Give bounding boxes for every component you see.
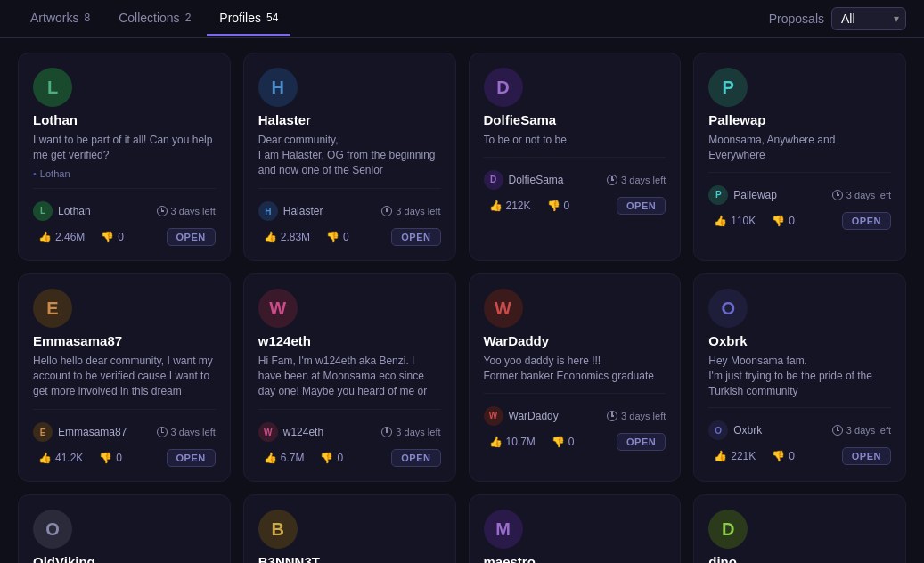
thumb-down-icon-oxbrk [772, 450, 785, 462]
upvote-btn-dolfiesama[interactable]: 212K [484, 198, 536, 214]
card-footer-pallewap: P Pallewap 3 days left [708, 185, 891, 205]
open-btn-oxbrk[interactable]: OPEN [842, 447, 891, 465]
card-timer-halaster: 3 days left [381, 206, 440, 216]
card-user-avatar-halaster: H [258, 201, 278, 221]
tab-profiles[interactable]: Profiles 54 [207, 2, 290, 36]
downvote-btn-oxbrk[interactable]: 0 [766, 448, 800, 464]
downvote-btn-emmasama87[interactable]: 0 [94, 450, 127, 466]
card-header-emmasama87: E Emmasama87 Hello hello dear community,… [33, 289, 216, 400]
card-footer-oxbrk: O Oxbrk 3 days left [708, 420, 891, 440]
open-btn-pallewap[interactable]: OPEN [842, 212, 891, 230]
card-footer-w124eth: W w124eth 3 days left [258, 422, 441, 442]
card-desc-w124eth: Hi Fam, I'm w124eth aka Benzi. I have be… [258, 354, 441, 400]
card-vote-row-w124eth: 6.7M 0 OPEN [258, 449, 441, 467]
card-vote-row-oxbrk: 221K 0 OPEN [708, 447, 891, 465]
card-username-oxbrk: Oxbrk [733, 424, 762, 437]
upvote-btn-wardaddy[interactable]: 10.7M [484, 434, 541, 450]
downvote-count-lothan: 0 [118, 231, 124, 243]
tab-artworks[interactable]: Artworks 8 [18, 2, 102, 36]
card-divider-halaster [258, 188, 441, 189]
vote-group-dolfiesama: 212K 0 [484, 198, 576, 214]
tab-collections-count: 2 [185, 12, 192, 24]
open-btn-wardaddy[interactable]: OPEN [617, 433, 666, 451]
upvote-btn-oxbrk[interactable]: 221K [708, 448, 761, 464]
upvote-btn-halaster[interactable]: 2.83M [258, 229, 315, 245]
thumb-up-icon-oxbrk [714, 450, 727, 462]
clock-icon-lothan [157, 206, 168, 216]
card-footer-wardaddy: W WarDaddy 3 days left [484, 406, 666, 426]
card-vote-row-dolfiesama: 212K 0 OPEN [484, 197, 666, 215]
card-username-w124eth: w124eth [283, 426, 323, 438]
proposals-label: Proposals [769, 12, 824, 26]
vote-group-lothan: 2.46M 0 [33, 229, 129, 245]
upvote-btn-w124eth[interactable]: 6.7M [258, 450, 310, 466]
open-btn-w124eth[interactable]: OPEN [391, 449, 440, 467]
card-name-dino: dino [708, 554, 891, 563]
thumb-up-icon-dolfiesama [489, 200, 503, 212]
card-avatar-emmasama87: E [33, 289, 72, 328]
downvote-btn-w124eth[interactable]: 0 [315, 450, 348, 466]
upvote-count-wardaddy: 10.7M [506, 436, 536, 448]
card-username-dolfiesama: DolfieSama [509, 174, 564, 186]
card-name-b3nnn3t: B3NNN3T [258, 554, 441, 563]
downvote-btn-dolfiesama[interactable]: 0 [542, 198, 576, 214]
card-avatar-dino: D [708, 510, 748, 549]
downvote-btn-lothan[interactable]: 0 [95, 229, 129, 245]
card-header-lothan: L Lothan I want to be part of it all! Ca… [33, 68, 216, 179]
thumb-down-icon-dolfiesama [547, 200, 560, 212]
card-name-dolfiesama: DolfieSama [484, 112, 666, 127]
card-avatar-dolfiesama: D [484, 68, 523, 107]
thumb-up-icon-lothan [38, 231, 52, 243]
card-divider-lothan [33, 188, 216, 189]
card-name-wardaddy: WarDaddy [484, 333, 666, 348]
card-name-w124eth: w124eth [258, 333, 441, 348]
downvote-btn-halaster[interactable]: 0 [321, 229, 355, 245]
thumb-up-icon-w124eth [264, 452, 277, 464]
card-timer-text-oxbrk: 3 days left [846, 425, 891, 436]
downvote-btn-wardaddy[interactable]: 0 [546, 434, 580, 450]
card-vote-row-lothan: 2.46M 0 OPEN [33, 228, 216, 246]
open-btn-dolfiesama[interactable]: OPEN [617, 197, 666, 215]
card-timer-text-wardaddy: 3 days left [621, 411, 666, 421]
card-desc-halaster: Dear community,I am Halaster, OG from th… [258, 133, 441, 179]
card-username-emmasama87: Emmasama87 [58, 426, 127, 438]
card-divider-oxbrk [708, 407, 891, 408]
thumb-down-icon-halaster [326, 231, 339, 243]
card-pallewap: P Pallewap Moonsama, Anywhere and Everyw… [693, 53, 906, 261]
card-avatar-oxbrk: O [708, 289, 748, 328]
card-desc-lothan: I want to be part of it all! Can you hel… [33, 133, 216, 163]
card-header-dolfiesama: D DolfieSama To be or not to be [484, 68, 666, 148]
open-btn-lothan[interactable]: OPEN [167, 228, 216, 246]
vote-group-halaster: 2.83M 0 [258, 229, 355, 245]
card-vote-row-halaster: 2.83M 0 OPEN [258, 228, 441, 246]
proposals-select[interactable]: All Open Closed [831, 7, 906, 30]
card-desc-wardaddy: Yoo yoo daddy is here !!!Former banker E… [484, 354, 666, 384]
tab-profiles-count: 54 [266, 12, 278, 24]
card-user-avatar-emmasama87: E [33, 422, 53, 442]
card-avatar-oldviking: O [33, 510, 72, 549]
thumb-down-icon-emmasama87 [99, 452, 112, 464]
card-footer-emmasama87: E Emmasama87 3 days left [33, 422, 216, 442]
tab-collections[interactable]: Collections 2 [106, 2, 203, 36]
open-btn-halaster[interactable]: OPEN [391, 228, 440, 246]
vote-group-pallewap: 110K 0 [708, 213, 800, 229]
card-dino: D dino I'm chilling. D dino 3 days left [693, 494, 906, 563]
open-btn-emmasama87[interactable]: OPEN [167, 449, 216, 467]
card-avatar-b3nnn3t: B [258, 510, 298, 549]
downvote-btn-pallewap[interactable]: 0 [766, 213, 800, 229]
proposals-area: Proposals All Open Closed [769, 0, 906, 37]
card-vote-row-emmasama87: 41.2K 0 OPEN [33, 449, 216, 467]
card-divider-w124eth [258, 409, 441, 410]
upvote-btn-emmasama87[interactable]: 41.2K [33, 450, 88, 466]
thumb-up-icon-halaster [264, 231, 277, 243]
downvote-count-oxbrk: 0 [789, 450, 795, 462]
thumb-down-icon-lothan [101, 231, 114, 243]
card-desc-oxbrk: Hey Moonsama fam.I'm just trying to be t… [708, 354, 891, 398]
thumb-down-icon-w124eth [320, 452, 333, 464]
card-header-halaster: H Halaster Dear community,I am Halaster,… [258, 68, 441, 179]
upvote-btn-lothan[interactable]: 2.46M [33, 229, 90, 245]
card-header-oxbrk: O Oxbrk Hey Moonsama fam.I'm just trying… [708, 289, 891, 398]
upvote-btn-pallewap[interactable]: 110K [708, 213, 761, 229]
thumb-down-icon-wardaddy [552, 436, 565, 448]
card-user-avatar-oxbrk: O [708, 420, 728, 440]
